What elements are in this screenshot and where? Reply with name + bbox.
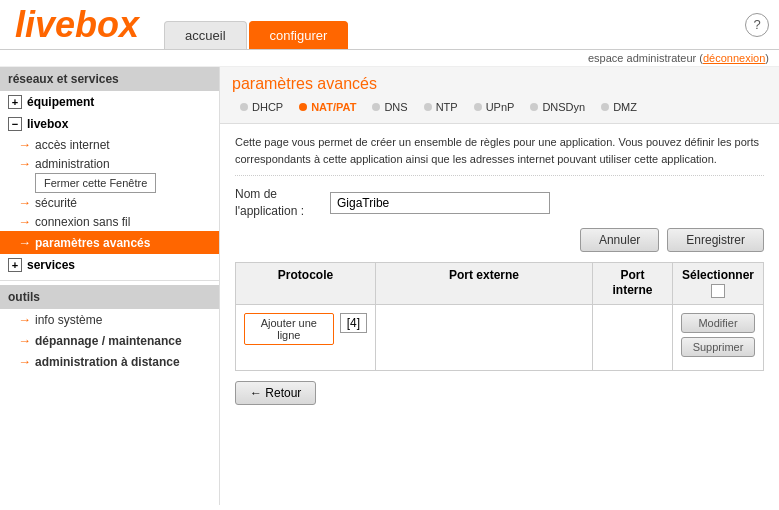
nav-tab-dhcp[interactable]: DHCP [232,99,291,115]
sidebar-section-title: réseaux et services [0,67,219,91]
form-buttons: Annuler Enregistrer [235,228,764,252]
sidebar-group-label-livebox: livebox [27,117,68,131]
dot-icon-ntp [424,103,432,111]
select-checkbox[interactable] [711,284,725,298]
sidebar-item-label: dépannage / maintenance [35,334,182,348]
arrow-icon: → [18,354,31,369]
plus-icon-equipement: + [8,95,22,109]
app-name-label: Nom del'application : [235,186,320,220]
sidebar-item-connexion-sans-fil[interactable]: → connexion sans fil [0,212,219,231]
sidebar-item-securite[interactable]: → sécurité [0,193,219,212]
tab-configurer[interactable]: configurer [249,21,349,49]
arrow-icon: → [18,137,31,152]
th-port-interne: Portinterne [593,263,673,304]
dot-icon-dmz [601,103,609,111]
dot-icon-dns [372,103,380,111]
content-title: paramètres avancés [232,75,767,93]
sidebar-group-livebox[interactable]: − livebox [0,113,219,135]
delete-button[interactable]: Supprimer [681,337,755,357]
sidebar-item-label: administration [35,157,110,171]
top-bar-text: espace administrateur ( [588,52,703,64]
sidebar-item-acces-internet[interactable]: → accès internet [0,135,219,154]
dot-icon-dnsdyn [530,103,538,111]
top-bar: espace administrateur (déconnexion) [0,50,779,67]
add-line-button[interactable]: Ajouter une ligne [244,313,334,345]
arrow-icon: → [18,333,31,348]
td-port-externe [376,305,593,370]
arrow-icon-active: → [18,235,31,250]
sidebar-group-services[interactable]: + services [0,254,219,276]
content-area: paramètres avancés DHCP NAT/PAT DNS NTP [220,67,779,505]
sidebar-item-depannage[interactable]: → dépannage / maintenance [0,330,219,351]
tooltip-box: Fermer cette Fenêtre [35,173,156,193]
back-area: ← Retour [235,371,764,405]
th-selectionner: Sélectionner [673,263,763,304]
dot-icon-nat-pat [299,103,307,111]
sidebar-item-label: administration à distance [35,355,180,369]
sidebar-group-label-services: services [27,258,75,272]
app-name-form: Nom del'application : [235,186,764,220]
app-name-input[interactable] [330,192,550,214]
help-button[interactable]: ? [745,13,769,37]
nav-tab-dns[interactable]: DNS [364,99,415,115]
td-selectionner: Modifier Supprimer [673,305,763,370]
description-text: Cette page vous permet de créer un ensem… [235,134,764,176]
arrow-icon: → [18,156,31,171]
logo: livebox [0,0,154,49]
td-port-interne [593,305,673,370]
minus-icon-livebox: − [8,117,22,131]
plus-icon-services: + [8,258,22,272]
nav-tab-dnsdyn[interactable]: DNSDyn [522,99,593,115]
cancel-button[interactable]: Annuler [580,228,659,252]
outils-title: outils [0,285,219,309]
sidebar-item-administration[interactable]: → administration [0,154,219,173]
arrow-icon: → [18,195,31,210]
content-header: paramètres avancés DHCP NAT/PAT DNS NTP [220,67,779,124]
sidebar-item-info-systeme[interactable]: → info système [0,309,219,330]
modify-button[interactable]: Modifier [681,313,755,333]
th-protocole: Protocole [236,263,376,304]
sidebar-item-parametres-avances[interactable]: → paramètres avancés [0,231,219,254]
deconnexion-link[interactable]: déconnexion [703,52,765,64]
sidebar-group-equipement[interactable]: + équipement [0,91,219,113]
sidebar-item-label: paramètres avancés [35,236,150,250]
nav-tab-ntp[interactable]: NTP [416,99,466,115]
nav-tab-dmz[interactable]: DMZ [593,99,645,115]
nav-tab-upnp[interactable]: UPnP [466,99,523,115]
sidebar-item-label: accès internet [35,138,110,152]
arrow-icon: → [18,312,31,327]
arrow-icon: → [18,214,31,229]
td-protocole: Ajouter une ligne [4] [236,305,376,370]
dot-icon-dhcp [240,103,248,111]
sidebar-item-label: connexion sans fil [35,215,130,229]
back-button[interactable]: ← Retour [235,381,316,405]
sidebar-item-label: sécurité [35,196,77,210]
nav-tabs: DHCP NAT/PAT DNS NTP UPnP [232,99,767,115]
count-badge: [4] [340,313,367,333]
rules-table: Protocole Port externe Portinterne Sélec… [235,262,764,371]
sidebar-item-label: info système [35,313,102,327]
dot-icon-upnp [474,103,482,111]
sidebar-group-label-equipement: équipement [27,95,94,109]
table-header: Protocole Port externe Portinterne Sélec… [236,263,763,305]
sidebar: réseaux et services + équipement − liveb… [0,67,220,505]
top-bar-suffix: ) [765,52,769,64]
table-body: Ajouter une ligne [4] Modifier Supprimer [236,305,763,370]
th-port-externe: Port externe [376,263,593,304]
nav-tab-nat-pat[interactable]: NAT/PAT [291,99,364,115]
sidebar-item-administration-distance[interactable]: → administration à distance [0,351,219,372]
tab-accueil[interactable]: accueil [164,21,246,49]
save-button[interactable]: Enregistrer [667,228,764,252]
content-body: Cette page vous permet de créer un ensem… [220,124,779,505]
